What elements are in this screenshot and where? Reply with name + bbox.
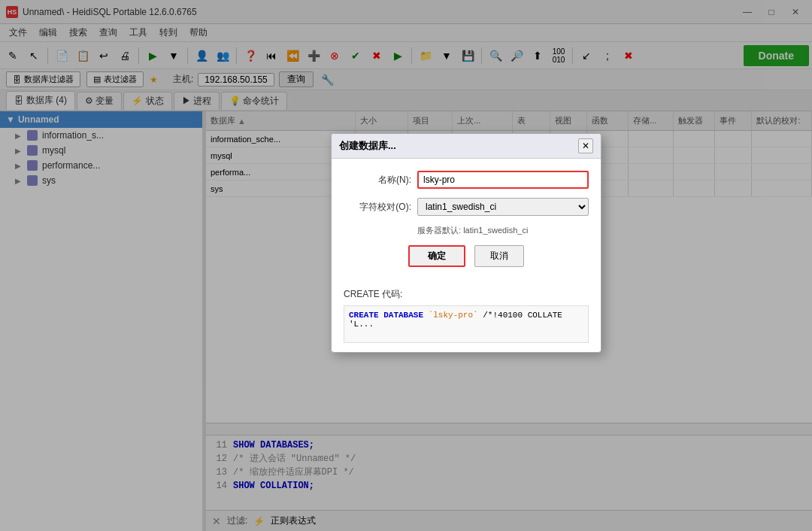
dialog-name-label: 名称(N): — [344, 174, 411, 187]
dialog-cancel-button[interactable]: 取消 — [474, 245, 524, 267]
dialog-title-bar: 创建数据库... ✕ — [332, 134, 601, 159]
dialog-ok-button[interactable]: 确定 — [408, 245, 465, 267]
dialog-buttons: 确定 取消 — [344, 245, 589, 267]
dialog-collation-select[interactable]: latin1_swedish_ci utf8_general_ci utf8mb… — [417, 198, 589, 216]
dialog-sql-area: CREATE DATABASE `lsky-pro` /*!40100 COLL… — [344, 305, 589, 343]
dialog-name-row: 名称(N): — [344, 171, 589, 189]
dialog-collation-row: 字符校对(O): latin1_swedish_ci utf8_general_… — [344, 198, 589, 216]
dialog-sql-label: CREATE 代码: — [332, 288, 601, 301]
dialog-body: 名称(N): 字符校对(O): latin1_swedish_ci utf8_g… — [332, 159, 601, 288]
dialog-server-default: 服务器默认: latin1_swedish_ci — [417, 225, 589, 236]
dialog-overlay: 创建数据库... ✕ 名称(N): 字符校对(O): latin1_swedis… — [0, 0, 812, 531]
create-database-dialog: 创建数据库... ✕ 名称(N): 字符校对(O): latin1_swedis… — [331, 133, 601, 353]
dialog-name-input[interactable] — [417, 171, 589, 189]
dialog-collation-label: 字符校对(O): — [344, 201, 411, 214]
dialog-title: 创建数据库... — [339, 139, 396, 153]
dialog-close-button[interactable]: ✕ — [578, 138, 593, 153]
